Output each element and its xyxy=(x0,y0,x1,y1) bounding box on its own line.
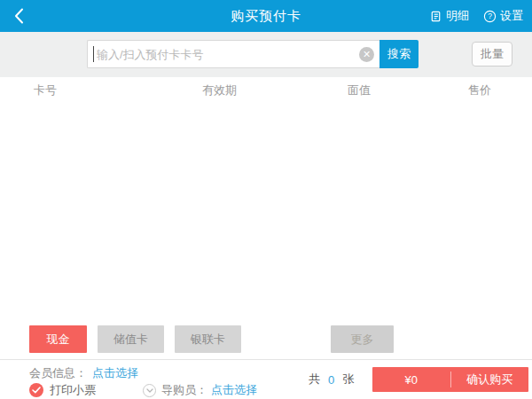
member-select-link[interactable]: 点击选择 xyxy=(92,365,138,381)
confirm-purchase-button[interactable]: ¥0 确认购买 xyxy=(372,367,528,392)
guide-dropdown-toggle[interactable] xyxy=(143,384,156,397)
check-icon xyxy=(32,387,41,394)
settings-button[interactable]: ? 设置 xyxy=(483,8,523,24)
search-button[interactable]: 搜索 xyxy=(379,40,419,68)
title-bar: 购买预付卡 明细 ? 设置 xyxy=(0,0,532,32)
batch-button[interactable]: 批量 xyxy=(472,42,512,66)
column-header-price: 售价 xyxy=(468,82,491,98)
confirm-label: 确认购买 xyxy=(451,367,529,392)
buy-prepaid-card-page: 购买预付卡 明细 ? 设置 ✕ 搜索 批量 卡号 有效期 面值 售价 xyxy=(0,0,532,399)
guide-label: 导购员： xyxy=(161,382,207,398)
total-amount: ¥0 xyxy=(372,367,450,392)
text-caret xyxy=(93,46,94,62)
clear-input-icon[interactable]: ✕ xyxy=(359,47,374,62)
detail-button[interactable]: 明细 xyxy=(429,8,469,24)
count-value: 0 xyxy=(328,373,334,387)
pay-more-button[interactable]: 更多 xyxy=(331,325,394,353)
chevron-down-icon xyxy=(146,388,153,393)
column-header-expiry: 有效期 xyxy=(202,82,237,98)
column-header-face-value: 面值 xyxy=(348,82,371,98)
pay-unionpay-button[interactable]: 银联卡 xyxy=(175,325,241,353)
header-actions: 明细 ? 设置 xyxy=(429,0,523,32)
count-suffix: 张 xyxy=(342,372,354,387)
pay-stored-card-button[interactable]: 储值卡 xyxy=(98,325,164,353)
member-info-label: 会员信息： xyxy=(29,365,87,381)
options-row: 打印小票 导购员： 点击选择 xyxy=(29,382,257,398)
guide-select-link[interactable]: 点击选择 xyxy=(211,382,257,398)
column-header-card-number: 卡号 xyxy=(34,82,57,98)
pay-cash-button[interactable]: 现金 xyxy=(29,325,87,353)
print-receipt-label: 打印小票 xyxy=(50,382,96,398)
card-number-input[interactable] xyxy=(87,40,379,68)
card-count: 共 0 张 xyxy=(309,367,354,392)
footer-divider xyxy=(0,359,532,360)
count-prefix: 共 xyxy=(309,372,320,387)
question-circle-icon: ? xyxy=(483,10,497,23)
table-header-row: 卡号 有效期 面值 售价 xyxy=(0,77,532,102)
print-receipt-checkbox[interactable] xyxy=(29,383,43,397)
detail-label: 明细 xyxy=(446,8,469,24)
svg-text:?: ? xyxy=(488,12,492,20)
document-list-icon xyxy=(429,10,442,23)
member-info-row: 会员信息： 点击选择 xyxy=(29,365,138,381)
settings-label: 设置 xyxy=(500,8,523,24)
